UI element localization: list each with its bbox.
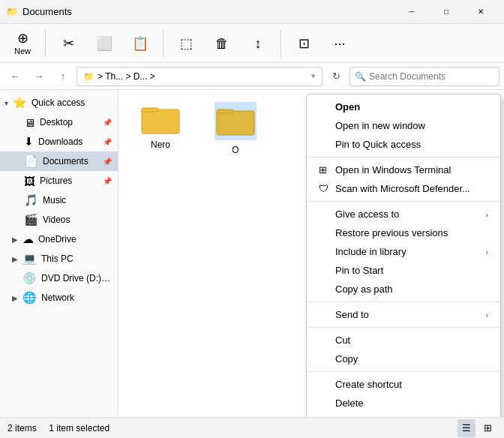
paste-button[interactable]: 📋 xyxy=(124,34,157,53)
network-icon: 🌐 xyxy=(22,291,37,304)
view-button[interactable]: ⊡ xyxy=(287,34,320,53)
sidebar-item-downloads[interactable]: ⬇ Downloads 📌 xyxy=(0,132,118,152)
forward-button[interactable]: → xyxy=(28,66,50,87)
sidebar-item-quick-access[interactable]: ▾ ⭐ Quick access xyxy=(0,93,118,112)
folder-nero-icon xyxy=(141,102,180,135)
pictures-label: Pictures xyxy=(40,176,98,186)
desktop-label: Desktop xyxy=(40,117,98,128)
ctx-create-shortcut[interactable]: Create shortcut xyxy=(307,375,500,394)
move-icon: ⬚ xyxy=(180,37,193,50)
path-part-1: > Th... > D... > xyxy=(98,71,155,82)
thispc-label: This PC xyxy=(41,254,112,264)
copy-button-ribbon[interactable]: ⬜ xyxy=(88,34,121,53)
details-view-button[interactable]: ☰ xyxy=(458,419,476,437)
desktop-pin-icon: 📌 xyxy=(103,118,112,127)
ctx-library-arrow: › xyxy=(485,248,488,256)
ctx-scan-defender[interactable]: 🛡 Scan with Microsoft Defender... xyxy=(307,179,500,198)
item-count: 2 items xyxy=(8,423,37,434)
search-box[interactable]: 🔍 xyxy=(350,67,500,86)
svg-rect-3 xyxy=(217,110,233,113)
ctx-cut[interactable]: Cut xyxy=(307,331,500,350)
folder-selected-icon xyxy=(216,104,255,136)
context-menu: Open Open in new window Pin to Quick acc… xyxy=(306,94,501,417)
ctx-give-access[interactable]: Give access to › xyxy=(307,205,500,224)
ctx-open-new-window[interactable]: Open in new window xyxy=(307,116,500,135)
maximize-button[interactable]: □ xyxy=(429,0,464,24)
path-icon: 📁 xyxy=(83,71,94,82)
sidebar-item-desktop[interactable]: 🖥 Desktop 📌 xyxy=(0,112,118,132)
downloads-label: Downloads xyxy=(38,136,98,147)
more-button[interactable]: ··· xyxy=(323,34,356,53)
ctx-pin-start[interactable]: Pin to Start xyxy=(307,261,500,280)
new-label: New xyxy=(14,46,31,56)
onedrive-icon: ☁ xyxy=(22,232,34,246)
sidebar-item-videos[interactable]: 🎬 Videos xyxy=(0,210,118,230)
search-input[interactable] xyxy=(369,71,494,82)
path-dropdown[interactable]: ▾ xyxy=(311,71,316,81)
ctx-copy-path[interactable]: Copy as path xyxy=(307,280,500,298)
folder-nero[interactable]: Nero xyxy=(130,102,190,150)
quick-access-arrow: ▾ xyxy=(4,99,8,107)
music-label: Music xyxy=(43,195,112,206)
window-title: Documents xyxy=(22,6,394,17)
minimize-button[interactable]: ─ xyxy=(394,0,429,24)
ctx-pin-quick[interactable]: Pin to Quick access xyxy=(307,135,500,154)
network-arrow: ▶ xyxy=(12,294,18,302)
sidebar-item-pictures[interactable]: 🖼 Pictures 📌 xyxy=(0,171,118,190)
onedrive-arrow: ▶ xyxy=(12,236,18,244)
ctx-rename[interactable]: Rename xyxy=(307,412,500,417)
ctx-copy[interactable]: Copy xyxy=(307,350,500,368)
cut-button[interactable]: ✂ xyxy=(52,34,85,53)
up-button[interactable]: ↑ xyxy=(52,66,74,87)
sidebar-item-dvd[interactable]: ▶ 💿 DVD Drive (D:) CPR... xyxy=(0,268,118,288)
close-button[interactable]: ✕ xyxy=(464,0,498,24)
ctx-delete[interactable]: Delete xyxy=(307,394,500,412)
ctx-open[interactable]: Open xyxy=(307,98,500,116)
ctx-sep-1 xyxy=(307,157,500,158)
sidebar-item-network[interactable]: ▶ 🌐 Network xyxy=(0,288,118,308)
new-icon: ⊕ xyxy=(17,32,28,45)
sidebar-item-thispc[interactable]: ▶ 💻 This PC xyxy=(0,249,118,268)
cut-icon: ✂ xyxy=(63,37,74,50)
title-bar-icon: 📁 xyxy=(6,6,18,18)
ctx-send-to[interactable]: Send to › xyxy=(307,305,500,324)
selection-info: 1 item selected xyxy=(49,423,110,434)
desktop-icon: 🖥 xyxy=(24,116,35,129)
ribbon-sep-2 xyxy=(163,30,164,57)
delete-button-ribbon[interactable]: 🗑 xyxy=(206,34,238,53)
address-path[interactable]: 📁 > Th... > D... > ▾ xyxy=(76,67,322,86)
new-button[interactable]: ⊕ New xyxy=(6,28,39,58)
onedrive-label: OneDrive xyxy=(38,234,112,244)
window-controls: ─ □ ✕ xyxy=(394,0,498,24)
ctx-restore-previous[interactable]: Restore previous versions xyxy=(307,224,500,242)
sidebar-item-music[interactable]: 🎵 Music xyxy=(0,190,118,210)
dvd-label: DVD Drive (D:) CPR... xyxy=(41,273,112,284)
back-button[interactable]: ← xyxy=(4,66,26,87)
documents-icon: 📄 xyxy=(24,154,38,168)
rename-button-ribbon[interactable]: ↕ xyxy=(242,34,274,53)
title-bar: 📁 Documents ─ □ ✕ xyxy=(0,0,504,24)
ctx-include-library[interactable]: Include in library › xyxy=(307,242,500,261)
ctx-sep-4 xyxy=(307,327,500,328)
videos-label: Videos xyxy=(43,214,112,225)
large-icons-view-button[interactable]: ⊞ xyxy=(478,419,496,437)
content-area: Nero O Open Open i xyxy=(118,90,504,417)
status-bar: 2 items 1 item selected ☰ ⊞ xyxy=(0,417,504,438)
paste-icon: 📋 xyxy=(132,37,148,50)
documents-label: Documents xyxy=(43,156,98,166)
sidebar-item-onedrive[interactable]: ▶ ☁ OneDrive xyxy=(0,230,118,249)
ctx-access-arrow: › xyxy=(485,210,488,219)
sidebar: ▾ ⭐ Quick access 🖥 Desktop 📌 ⬇ Downloads… xyxy=(0,90,118,417)
quick-access-label: Quick access xyxy=(32,98,112,108)
pictures-pin-icon: 📌 xyxy=(103,177,112,185)
folder-selected[interactable]: O xyxy=(206,102,266,155)
downloads-icon: ⬇ xyxy=(24,135,34,148)
refresh-button[interactable]: ↻ xyxy=(326,66,346,87)
ctx-open-terminal[interactable]: ⊞ Open in Windows Terminal xyxy=(307,160,500,179)
sidebar-item-documents[interactable]: 📄 Documents 📌 xyxy=(0,152,118,171)
videos-icon: 🎬 xyxy=(24,213,38,226)
svg-rect-2 xyxy=(217,111,254,135)
ctx-terminal-icon: ⊞ xyxy=(319,164,332,176)
move-button[interactable]: ⬚ xyxy=(170,34,202,53)
svg-rect-0 xyxy=(142,110,179,134)
